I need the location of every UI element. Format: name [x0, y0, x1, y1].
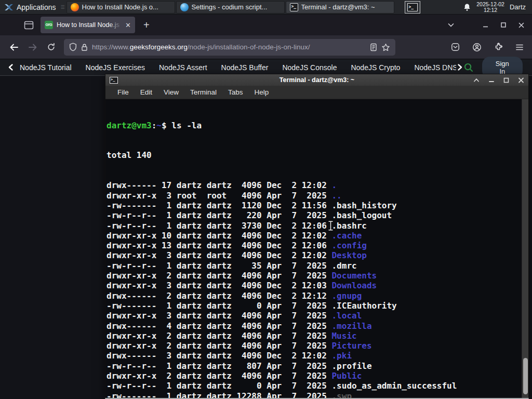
logged-in-user-label[interactable]: Dartz [510, 3, 528, 11]
toolbar-extension-area [451, 43, 532, 52]
tracking-protection-shield-icon[interactable] [69, 43, 77, 51]
terminal-menu-edit[interactable]: Edit [135, 88, 158, 96]
nav-scroll-right-icon[interactable] [456, 63, 463, 71]
terminal-menu-file[interactable]: File [112, 88, 135, 96]
file-listing-row: -rw-r--r-- 1 dartz dartz 35 Apr 7 2025 .… [107, 261, 528, 271]
extensions-puzzle-icon[interactable] [494, 43, 503, 51]
subnav-item[interactable]: NodeJS Crypto [351, 63, 400, 72]
subnav-item[interactable]: NodeJS Assert [159, 63, 207, 72]
taskbar-window-button[interactable]: How to Install Node.js o... [66, 1, 175, 14]
terminal-scrollbar[interactable] [522, 99, 528, 398]
file-name: Downloads [331, 281, 377, 290]
browser-tab-active[interactable]: GfG How to Install Node.js on ✕ [41, 17, 135, 33]
terminal-window-icon [110, 77, 118, 84]
taskbar-window-button[interactable]: Settings - codium script... [176, 1, 285, 14]
mouse-ibeam-cursor [327, 220, 334, 231]
subnav-item[interactable]: NodeJS Buffer [221, 63, 269, 72]
geeksforgeeks-favicon: GfG [45, 21, 53, 29]
window-maximize-icon[interactable] [500, 22, 507, 28]
file-listing-row: drwxr-xr-x 3 dartz dartz 4096 Dec 2 12:0… [107, 250, 528, 260]
terminal-menu-bar: FileEditViewTerminalTabsHelp [105, 86, 528, 99]
file-listing-row: drwxr-xr-x 10 dartz dartz 4096 Dec 2 12:… [107, 231, 528, 241]
desktop: Applications ☰ How to Install Node.js o.… [0, 0, 532, 399]
shade-window-icon[interactable] [473, 77, 480, 83]
pocket-icon[interactable] [451, 43, 460, 51]
taskbar-window-button[interactable]: Terminal - dartz@vm3: ~ [286, 1, 394, 14]
distro-logo-icon [4, 3, 14, 11]
applications-menu-button[interactable]: Applications [0, 0, 60, 14]
firefox-icon [71, 3, 79, 11]
window-taskbar: How to Install Node.js o...Settings - co… [66, 0, 395, 14]
account-icon[interactable] [472, 43, 482, 52]
typed-command: ls -la [171, 121, 202, 130]
prompt-cwd: ~ [156, 121, 162, 130]
file-listing-row: drwx------ 2 dartz dartz 4096 Dec 2 12:1… [107, 291, 528, 301]
prompt-user-host: dartz@vm3 [107, 121, 152, 130]
subnav-item[interactable]: NodeJS Exercises [86, 63, 145, 72]
reload-icon[interactable] [47, 43, 56, 51]
file-listing: drwx------ 17 dartz dartz 4096 Dec 2 12:… [107, 180, 528, 398]
panel-status-area: 2025-12-02 12:12 Dartz [463, 2, 532, 13]
search-icon[interactable] [463, 62, 474, 73]
terminal-menu-view[interactable]: View [158, 88, 184, 96]
hamburger-menu-icon[interactable] [515, 44, 524, 51]
file-listing-row: drwxr-xr-x 13 dartz dartz 4096 Dec 2 12:… [107, 241, 528, 250]
subnav-item[interactable]: NodeJS Tutorial [20, 63, 72, 72]
file-name: .gnupg [331, 291, 362, 301]
file-listing-row: drwxr-xr-x 2 dartz dartz 4096 Apr 7 2025… [107, 341, 528, 351]
panel-separator-handle: ☰ [60, 5, 65, 9]
forward-icon[interactable] [28, 43, 37, 51]
terminal-output[interactable]: dartz@vm3:~$ ls -la total 140 drwx------… [105, 99, 528, 398]
window-close-icon[interactable] [518, 22, 525, 29]
terminal-window: Terminal - dartz@vm3: ~ FileEditViewTerm… [105, 74, 529, 399]
file-listing-row: -rw-r--r-- 1 dartz dartz 220 Apr 7 2025 … [107, 210, 528, 220]
clock-time: 12:12 [476, 7, 504, 13]
file-listing-row: -rw-r--r-- 1 dartz dartz 0 Apr 7 2025 .s… [107, 381, 528, 391]
reader-mode-icon[interactable] [370, 43, 377, 51]
terminal-menu-terminal[interactable]: Terminal [184, 88, 222, 96]
lock-icon[interactable] [81, 43, 88, 51]
xfce-top-panel: Applications ☰ How to Install Node.js o.… [0, 0, 532, 15]
notification-bell-icon[interactable] [463, 3, 471, 11]
bookmark-star-icon[interactable] [381, 43, 390, 51]
maximize-window-icon[interactable] [503, 77, 509, 83]
terminal-menu-tabs[interactable]: Tabs [222, 88, 249, 96]
minimize-window-icon[interactable] [488, 77, 495, 83]
window-controls [482, 22, 525, 29]
terminal-title-bar[interactable]: Terminal - dartz@vm3: ~ [105, 74, 528, 86]
terminal-window-buttons [473, 77, 524, 83]
tray-terminal-icon[interactable] [405, 1, 420, 14]
subnav-item[interactable]: NodeJS Console [282, 63, 337, 72]
file-listing-row: -rw-r--r-- 1 dartz dartz 3730 Dec 2 12:0… [107, 221, 528, 231]
firefox-view-icon[interactable] [24, 21, 34, 30]
panel-clock[interactable]: 2025-12-02 12:12 [476, 2, 504, 13]
terminal-scrollbar-thumb[interactable] [523, 358, 528, 394]
file-listing-row: -rw------- 1 dartz dartz 12288 Apr 7 202… [107, 391, 528, 398]
file-name: .sudo_as_admin_successful [331, 381, 457, 391]
terminal-menu-help[interactable]: Help [249, 88, 275, 96]
subnav-items: NodeJS TutorialNodeJS ExercisesNodeJS As… [20, 63, 456, 72]
terminal-window-title: Terminal - dartz@vm3: ~ [105, 76, 528, 84]
prompt-separator: : [152, 121, 157, 130]
tab-close-icon[interactable]: ✕ [125, 22, 131, 29]
firefox-tab-strip: GfG How to Install Node.js on ✕ + [0, 15, 532, 35]
url-bar[interactable]: https://www.geeksforgeeks.org/node-js/in… [64, 39, 395, 56]
prompt-suffix: $ [162, 121, 171, 130]
list-all-tabs-icon[interactable] [447, 21, 455, 29]
nav-scroll-left-icon[interactable] [7, 63, 15, 71]
file-listing-row: -rw------- 1 dartz dartz 1120 Dec 2 11:5… [107, 201, 528, 210]
file-listing-row: -rw------- 1 dartz dartz 0 Apr 7 2025 .I… [107, 301, 528, 311]
new-tab-button[interactable]: + [143, 19, 150, 31]
subnav-item[interactable]: NodeJS DNS [414, 63, 456, 72]
window-minimize-icon[interactable] [482, 22, 489, 29]
taskbar-window-label: How to Install Node.js o... [82, 3, 158, 11]
file-name: .bash_history [331, 201, 396, 210]
file-name: .bashrc [331, 221, 366, 231]
file-listing-row: drwx------ 3 dartz dartz 4096 Dec 2 12:0… [107, 351, 528, 361]
file-name: .local [331, 311, 362, 321]
file-name: .dmrc [331, 261, 356, 271]
close-window-icon[interactable] [518, 77, 524, 83]
file-name: . [331, 180, 337, 190]
back-icon[interactable] [9, 43, 19, 51]
file-name: Pictures [331, 341, 371, 351]
